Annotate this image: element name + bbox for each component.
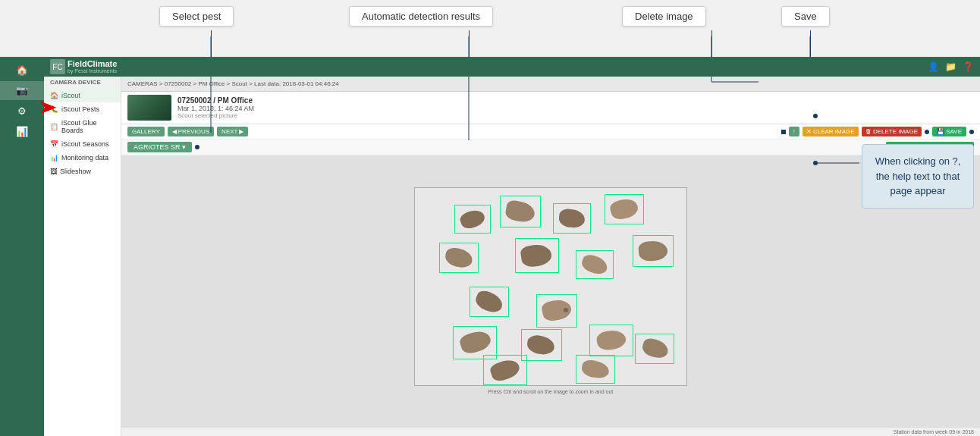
station-name: 07250002 / PM Office xyxy=(177,96,254,105)
user-icon[interactable]: 👤 xyxy=(928,61,939,72)
delete-image-button[interactable]: 🗑 DELETE IMAGE xyxy=(862,127,922,136)
save-button[interactable]: 💾 SAVE xyxy=(932,127,966,136)
station-bar: 07250002 / PM Office Mar 1, 2018, 1: 46:… xyxy=(121,92,980,124)
station-subinfo: Scout selected picture xyxy=(177,112,254,119)
detection-box xyxy=(633,235,674,267)
status-bar: Station data from week 09 in 2018 xyxy=(121,427,980,436)
detection-box xyxy=(439,243,479,273)
menu-item-monitoring[interactable]: 📊 Monitoring data xyxy=(44,151,121,165)
top-navbar: FC FieldClimate by Pessl Instruments 👤 📁… xyxy=(44,57,980,77)
detection-box xyxy=(470,287,509,317)
delete-dot xyxy=(925,130,929,134)
monitoring-icon: 📊 xyxy=(50,154,58,162)
help-callout-box: When clicking on ?, the help text to tha… xyxy=(862,144,974,209)
gallery-button[interactable]: GALLERY xyxy=(127,127,165,136)
callout-select-pest: Select pest xyxy=(159,6,234,27)
detection-box xyxy=(605,194,644,224)
next-button[interactable]: NEXT ▶ xyxy=(217,127,248,136)
upload-button[interactable]: ↑ xyxy=(789,127,799,136)
sidebar-icon-chart[interactable]: 📊 xyxy=(0,122,44,141)
callout-auto-detection: Automatic detection results xyxy=(349,6,493,27)
callout-save: Save xyxy=(781,6,830,27)
inner-sidebar: CAMERA DEVICE 🏠 iScout 🐛 iScout Pests 📋 … xyxy=(44,77,121,436)
nav-icons-right: 👤 📁 ❓ xyxy=(928,61,974,72)
red-arrow-indicator: ➤ xyxy=(38,96,58,119)
glue-boards-icon: 📋 xyxy=(50,123,58,130)
pest-selector-row: AGRIOTES SR ▾ Helicoverpa armigera • 17 xyxy=(121,140,980,155)
save-dot xyxy=(969,130,974,134)
detection-box xyxy=(635,334,674,364)
nav-controls-row: GALLERY ◀ PREVIOUS NEXT ▶ ↑ ✕ CLEAR IMAG… xyxy=(121,124,980,140)
station-thumbnail xyxy=(127,95,171,121)
detection-box xyxy=(515,238,559,273)
seasons-icon: 📅 xyxy=(50,140,58,148)
breadcrumb: CAMERAS > 07250002 > PM Office > Scout >… xyxy=(121,77,980,92)
camera-device-header: CAMERA DEVICE xyxy=(44,77,121,89)
logo-area: FC FieldClimate by Pessl Instruments xyxy=(50,59,117,74)
detection-box xyxy=(576,355,615,384)
menu-item-glue-boards[interactable]: 📋 iScout Glue Boards xyxy=(44,116,121,137)
main-content-area: CAMERAS > 07250002 > PM Office > Scout >… xyxy=(121,77,980,436)
detection-box xyxy=(553,203,591,234)
folder-icon[interactable]: 📁 xyxy=(945,61,956,72)
callout-delete-image: Delete image xyxy=(622,6,706,27)
app-subtitle: by Pessl Instruments xyxy=(68,68,117,74)
detection-box xyxy=(483,355,527,385)
detection-box xyxy=(576,250,614,279)
image-viewer-area: Press Ctrl and scroll on the image to zo… xyxy=(121,155,980,427)
menu-item-seasons[interactable]: 📅 iScout Seasons xyxy=(44,137,121,151)
detection-box xyxy=(589,325,633,356)
app-title: FieldClimate xyxy=(68,60,117,68)
station-datetime: Mar 1, 2018, 1: 46:24 AM xyxy=(177,105,254,112)
upload-dot xyxy=(781,130,786,134)
inner-app: CAMERA DEVICE 🏠 iScout 🐛 iScout Pests 📋 … xyxy=(44,77,980,436)
pest-dot xyxy=(195,145,199,149)
moth-image-container[interactable] xyxy=(414,187,687,386)
zoom-hint: Press Ctrl and scroll on the image to zo… xyxy=(487,387,615,396)
sidebar-icon-home[interactable]: 🏠 xyxy=(0,61,44,80)
detection-box xyxy=(500,196,541,227)
slideshow-icon: 🖼 xyxy=(50,168,57,175)
detection-box xyxy=(536,294,577,328)
detection-box xyxy=(521,329,562,361)
previous-button[interactable]: ◀ PREVIOUS xyxy=(168,127,214,136)
clear-image-button[interactable]: ✕ CLEAR IMAGE xyxy=(803,127,859,136)
menu-item-slideshow[interactable]: 🖼 Slideshow xyxy=(44,165,121,178)
help-icon[interactable]: ❓ xyxy=(963,61,974,72)
pest-dropdown-button[interactable]: AGRIOTES SR ▾ xyxy=(127,142,192,152)
detection-box xyxy=(454,205,491,234)
